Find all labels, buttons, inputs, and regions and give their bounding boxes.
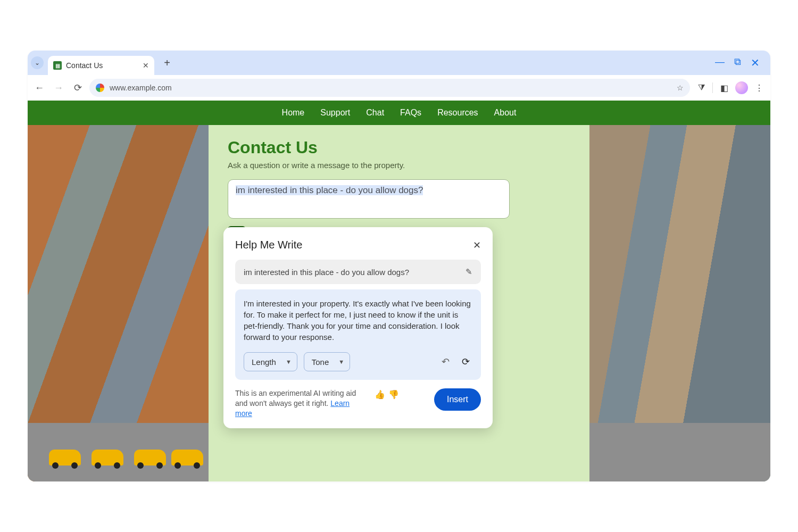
length-dropdown[interactable]: Length ▼ <box>244 352 297 371</box>
forward-button[interactable]: → <box>51 82 66 94</box>
page-viewport: Home Support Chat FAQs Resources About C… <box>28 101 770 481</box>
regenerate-icon[interactable]: ⟳ <box>459 356 472 368</box>
tone-dropdown[interactable]: Tone ▼ <box>304 352 350 371</box>
tab-search-button[interactable]: ⌄ <box>31 56 44 69</box>
nav-support[interactable]: Support <box>320 108 350 118</box>
new-tab-button[interactable]: + <box>160 55 174 70</box>
message-text: im interested in this place - do you all… <box>236 185 423 195</box>
page-title: Contact Us <box>228 138 570 157</box>
side-panel-icon[interactable]: ◧ <box>717 83 731 93</box>
extensions-icon[interactable]: ⧩ <box>694 83 708 93</box>
url-text: www.example.com <box>110 84 172 92</box>
google-icon <box>96 84 104 92</box>
minimize-icon[interactable]: — <box>715 56 725 69</box>
toolbar-divider <box>712 82 713 93</box>
reload-button[interactable]: ⟳ <box>70 82 85 94</box>
nav-faqs[interactable]: FAQs <box>400 108 421 118</box>
profile-avatar[interactable] <box>735 81 748 94</box>
nav-chat[interactable]: Chat <box>366 108 384 118</box>
tone-label: Tone <box>312 358 329 367</box>
hmw-prompt-row[interactable]: im interested in this place - do you all… <box>235 260 481 284</box>
hero-image-right <box>589 125 770 481</box>
browser-window: ⌄ ▦ Contact Us ✕ + — ⧉ ✕ ← → ⟳ www.examp… <box>28 51 770 481</box>
undo-icon[interactable]: ↶ <box>438 356 452 368</box>
tab-title: Contact Us <box>66 61 103 70</box>
menu-icon[interactable]: ⋮ <box>752 83 766 93</box>
hmw-result-box: I'm interested in your property. It's ex… <box>235 289 481 380</box>
hero-image-left <box>28 125 209 481</box>
nav-resources[interactable]: Resources <box>437 108 478 118</box>
close-icon[interactable]: ✕ <box>473 239 481 251</box>
length-label: Length <box>252 358 276 367</box>
thumbs-up-icon[interactable]: 👍 <box>375 389 385 400</box>
close-tab-icon[interactable]: ✕ <box>143 61 149 70</box>
tab-strip: ⌄ ▦ Contact Us ✕ + — ⧉ ✕ <box>28 51 770 75</box>
browser-tab[interactable]: ▦ Contact Us ✕ <box>48 56 154 75</box>
close-window-icon[interactable]: ✕ <box>751 56 760 69</box>
hmw-result-text: I'm interested in your property. It's ex… <box>244 298 472 343</box>
address-bar[interactable]: www.example.com ☆ <box>89 79 690 97</box>
site-nav: Home Support Chat FAQs Resources About <box>28 101 770 125</box>
message-textarea[interactable]: im interested in this place - do you all… <box>228 179 510 219</box>
hmw-title: Help Me Write <box>235 239 302 251</box>
insert-button[interactable]: Insert <box>434 388 481 411</box>
nav-about[interactable]: About <box>494 108 517 118</box>
back-button[interactable]: ← <box>32 82 47 94</box>
main-content: Contact Us Ask a question or write a mes… <box>209 125 589 481</box>
site-favicon: ▦ <box>53 61 62 70</box>
bookmark-icon[interactable]: ☆ <box>677 84 684 92</box>
browser-toolbar: ← → ⟳ www.example.com ☆ ⧩ ◧ ⋮ <box>28 75 770 101</box>
chevron-down-icon: ▼ <box>338 359 344 365</box>
nav-home[interactable]: Home <box>282 108 305 118</box>
thumbs-down-icon[interactable]: 👎 <box>388 389 399 400</box>
maximize-icon[interactable]: ⧉ <box>734 56 741 69</box>
edit-icon[interactable]: ✎ <box>466 267 472 277</box>
page-subtitle: Ask a question or write a message to the… <box>228 161 570 170</box>
chevron-down-icon: ▼ <box>286 359 292 365</box>
hmw-prompt-text: im interested in this place - do you all… <box>244 268 409 277</box>
hmw-disclaimer: This is an experimental AI writing aid a… <box>235 388 368 419</box>
help-me-write-panel: Help Me Write ✕ im interested in this pl… <box>223 227 493 428</box>
